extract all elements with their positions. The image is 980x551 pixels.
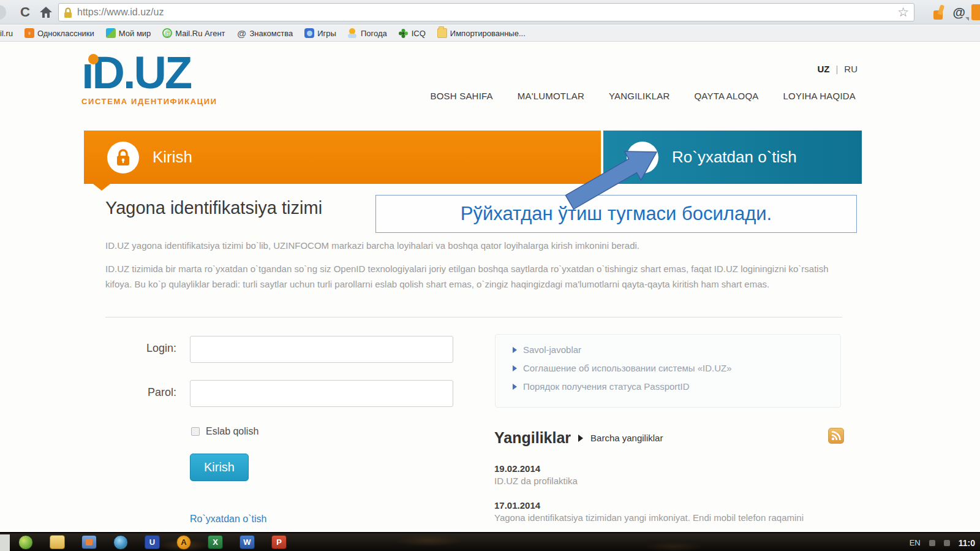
tab-royxatdan-otish[interactable]: ✎ Ro`yxatdan o`tish [603,131,862,184]
word-icon[interactable]: W [239,535,255,549]
back-button-partial[interactable] [0,5,6,20]
home-icon[interactable] [37,3,55,21]
antivirus-icon[interactable]: A [176,535,191,550]
mailru-agent-icon: @ [162,28,172,38]
nav-loyiha-haqida[interactable]: LOYIHA HAQIDA [783,91,856,101]
section-divider [105,317,842,317]
nav-malumotlar[interactable]: MA'LUMOTLAR [518,91,584,101]
bookmark-label: Погода [361,29,387,38]
register-link[interactable]: Ro`yxatdan o`tish [190,514,266,525]
bookmark-moy-mir[interactable]: Мой мир [106,28,151,38]
tray-icon[interactable] [944,540,950,546]
taskbar-clock[interactable]: 11:0 [959,538,975,548]
link-soglashenie[interactable]: Соглашение об использовании системы «ID.… [513,363,840,373]
bookmark-imported-folder[interactable]: Импортированные... [437,28,526,38]
rss-icon[interactable] [828,428,844,444]
news-item-date: 19.02.2014 [494,463,540,474]
explorer-icon[interactable] [50,535,65,549]
bookmark-mailru[interactable]: il.ru [0,29,13,38]
bookmark-odnoklassniki[interactable]: ♀ Одноклассники [24,28,94,38]
bookmark-label: Mail.Ru Агент [175,29,225,38]
icq-flower-icon [399,28,409,38]
site-logo[interactable]: ıD.UZ СИСТЕМА ИДЕНТИФИКАЦИИ [81,50,217,106]
lang-separator: | [835,64,838,74]
page-content: ıD.UZ СИСТЕМА ИДЕНТИФИКАЦИИ UZ | RU BOSH… [0,42,980,532]
news-header: Yangiliklar Barcha yangiliklar [494,429,663,447]
extension-icons: @ [933,0,980,25]
tray-icon[interactable] [929,540,935,546]
app-icon[interactable] [81,535,97,549]
reload-icon[interactable]: C [16,3,34,21]
ok-extension-icon[interactable] [971,4,980,20]
url-bar[interactable]: https://www.id.uz/uz ☆ [58,3,914,21]
auth-tabs: Kirish ✎ Ro`yxatdan o`tish [84,131,862,184]
browser-icon[interactable] [113,535,128,550]
remember-row: Eslab qolish [191,426,258,437]
active-tab-pointer [93,184,110,191]
arrow-bullet-icon [513,365,517,371]
description-paragraph: ID.UZ tizimida bir marta ro`yxatdan o`tg… [105,261,840,292]
kirish-button[interactable]: Kirish [190,454,249,481]
parol-input[interactable] [190,380,453,407]
logo-subtitle: СИСТЕМА ИДЕНТИФИКАЦИИ [81,97,217,106]
bookmark-igry[interactable]: Игры [304,28,336,38]
start-button[interactable] [18,535,33,550]
news-item-link[interactable]: Yagona identifikatsiya tizimidan yangi i… [494,512,843,523]
mailru-extension-icon[interactable]: @ [953,5,965,20]
nav-yangiliklar[interactable]: YANGILIKLAR [609,91,669,101]
link-poryadok-passportid[interactable]: Порядок получения статуса PassportID [513,381,840,392]
keyboard-language-indicator[interactable]: EN [910,538,921,547]
side-link-label: Savol-javoblar [523,344,581,355]
excel-icon[interactable]: X [208,535,223,549]
pencil-icon: ✎ [627,142,658,173]
lang-uz[interactable]: UZ [817,64,829,74]
login-input[interactable] [190,336,453,363]
bookmark-pogoda[interactable]: Погода [348,28,387,38]
bookmarks-bar: il.ru ♀ Одноклассники Мой мир @ Mail.Ru … [0,25,980,42]
link-savol-javoblar[interactable]: Savol-javoblar [513,344,840,355]
bookmark-star-icon[interactable]: ☆ [897,5,909,20]
all-news-link[interactable]: Barcha yangiliklar [590,433,663,443]
news-item-date: 17.01.2014 [494,500,540,511]
screen: C https://www.id.uz/uz ☆ @ il.ru ♀ Однок… [0,0,980,551]
annotation-callout: Рўйхатдан ўтиш тугмаси босилади. [375,195,857,233]
parol-label: Parol: [105,386,176,399]
url-text: https://www.id.uz/uz [77,7,897,18]
browser-toolbar: C https://www.id.uz/uz ☆ @ [0,0,980,25]
arrow-bullet-icon [513,384,517,390]
help-links-box: Savol-javoblar Соглашение об использован… [495,334,841,408]
bookmark-label: Мой мир [119,29,151,38]
lang-ru[interactable]: RU [844,64,858,74]
folder-icon [437,28,447,38]
games-icon [304,28,314,38]
powerpoint-icon[interactable]: P [271,535,287,549]
taskbar-edge [0,534,10,551]
tab-register-label: Ro`yxatdan o`tish [672,148,797,167]
bookmark-label: Игры [317,29,336,38]
tab-kirish[interactable]: Kirish [84,131,601,184]
side-link-label: Соглашение об использовании системы «ID.… [523,363,732,373]
bookmark-icq[interactable]: ICQ [399,28,426,38]
bookmark-label: ICQ [412,29,426,38]
remember-label: Eslab qolish [206,426,258,437]
weather-icon [348,28,358,38]
intro-paragraph: ID.UZ yagona identifikatsiya tizimi bo`l… [105,238,840,253]
login-label: Login: [105,342,176,355]
remember-checkbox[interactable] [191,427,200,436]
arrow-bullet-icon [513,347,517,353]
side-link-label: Порядок получения статуса PassportID [523,381,690,392]
language-switcher: UZ | RU [796,64,858,74]
nav-qayta-aloqa[interactable]: QAYTA ALOQA [694,91,758,101]
news-item-link[interactable]: ID.UZ da profilaktika [494,476,843,486]
bookmark-label: Импортированные... [450,29,526,38]
nav-bosh-sahifa[interactable]: BOSH SAHIFA [431,91,493,101]
logo-title: ıD.UZ [81,50,217,96]
bookmark-label: Знакомства [250,29,293,38]
bookmark-znakomstva[interactable]: @ Знакомства [237,28,293,38]
tab-kirish-label: Kirish [153,148,192,167]
like-extension-icon[interactable] [933,5,947,20]
https-lock-icon [64,7,72,18]
document-app-icon[interactable]: U [145,535,160,549]
bookmark-mailru-agent[interactable]: @ Mail.Ru Агент [162,28,225,38]
odnoklassniki-icon: ♀ [24,28,34,38]
